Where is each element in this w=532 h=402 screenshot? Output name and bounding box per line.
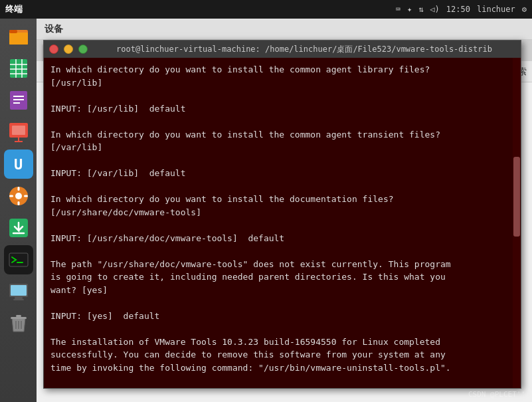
dock-item-trash[interactable]: [4, 309, 33, 338]
dock-item-download[interactable]: [4, 213, 33, 243]
svg-rect-2: [9, 30, 17, 33]
topbar-settings-icon[interactable]: ⚙: [522, 5, 527, 14]
desktop: 终端 ⌨ ✦ ⇅ ◁) 12:50 linchuer ⚙: [0, 0, 532, 402]
terminal-minimize-button[interactable]: [64, 45, 73, 54]
svg-rect-32: [16, 315, 21, 317]
terminal-titlebar: root@linchuer-virtual-machine: /home/lin…: [44, 41, 521, 58]
terminal-scrollbar[interactable]: [513, 58, 521, 388]
svg-rect-19: [17, 187, 19, 191]
clock: 12:50: [446, 5, 470, 14]
app-title: 终端: [5, 3, 23, 15]
topbar-left: 终端: [5, 3, 23, 15]
signal-icon: ⇅: [418, 5, 423, 14]
dock-item-terminal[interactable]: [4, 245, 33, 274]
svg-rect-25: [9, 253, 28, 266]
terminal-close-button[interactable]: [49, 45, 58, 54]
svg-rect-3: [10, 59, 27, 78]
svg-point-18: [15, 193, 22, 199]
svg-rect-30: [13, 299, 24, 300]
keyboard-icon: ⌨: [396, 5, 400, 14]
watermark: CSDN @PLCET'': [468, 390, 525, 399]
terminal-window: root@linchuer-virtual-machine: /home/lin…: [43, 40, 521, 389]
svg-rect-14: [12, 126, 25, 135]
svg-rect-20: [17, 201, 19, 205]
settings-label: 设备: [44, 23, 63, 35]
dock-item-spreadsheet[interactable]: [4, 54, 33, 83]
svg-rect-28: [11, 285, 27, 296]
terminal-title: root@linchuer-virtual-machine: /home/lin…: [93, 44, 515, 55]
dock-item-files[interactable]: [4, 22, 33, 51]
topbar: 终端 ⌨ ✦ ⇅ ◁) 12:50 linchuer ⚙: [0, 0, 532, 19]
svg-rect-22: [24, 195, 28, 197]
svg-rect-1: [9, 33, 28, 45]
volume-icon: ◁): [430, 5, 439, 14]
settings-panel-header: 设备: [37, 19, 532, 40]
username: linchuer: [477, 5, 515, 14]
bluetooth-icon: ✦: [407, 5, 412, 14]
svg-rect-21: [9, 195, 13, 197]
terminal-maximize-button[interactable]: [78, 45, 88, 54]
terminal-scrollbar-thumb[interactable]: [513, 157, 520, 237]
svg-rect-31: [11, 317, 27, 319]
dock-item-settings[interactable]: [4, 181, 33, 211]
dock-item-presentation[interactable]: [4, 118, 33, 147]
topbar-right: ⌨ ✦ ⇅ ◁) 12:50 linchuer ⚙: [396, 5, 527, 14]
dock: U: [0, 19, 37, 402]
terminal-content[interactable]: In which directory do you want to instal…: [44, 58, 521, 388]
dock-item-system[interactable]: [4, 277, 33, 306]
dock-item-text[interactable]: U: [4, 150, 33, 179]
dock-item-document[interactable]: [4, 86, 33, 115]
svg-rect-29: [15, 297, 23, 299]
